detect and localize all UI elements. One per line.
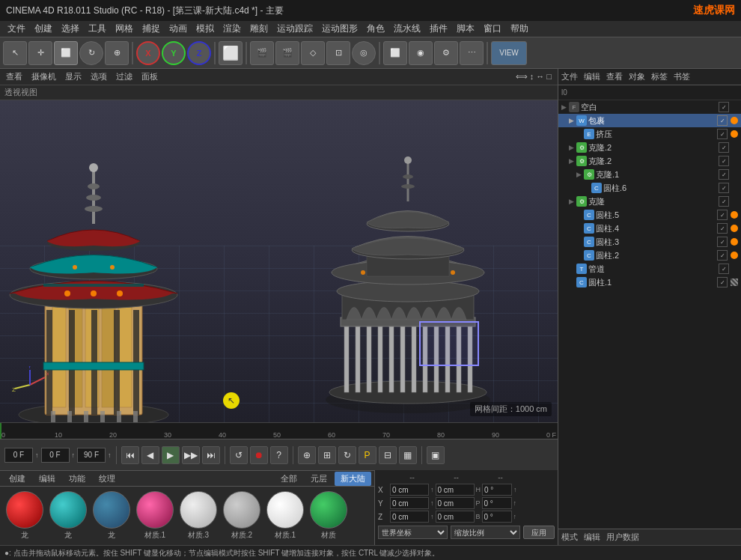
menu-item-网格[interactable]: 网格 — [111, 21, 138, 37]
toolbar-dots[interactable]: ⋯ — [460, 41, 484, 65]
tab-mode-edit[interactable]: 编辑 — [584, 532, 600, 543]
coord-z-rot[interactable] — [436, 511, 475, 523]
btn-help[interactable]: ? — [270, 446, 288, 464]
toolbar-key[interactable]: ◇ — [301, 41, 325, 65]
menu-item-角色[interactable]: 角色 — [362, 21, 389, 37]
vt-options[interactable]: 选项 — [88, 70, 110, 83]
btn-record[interactable]: ⏺ — [250, 446, 268, 464]
current-frame-input[interactable] — [41, 448, 70, 463]
tab-all[interactable]: 全部 — [275, 472, 303, 486]
toolbar-film[interactable]: 🎬 — [250, 41, 274, 65]
menu-item-捕捉[interactable]: 捕捉 — [138, 21, 165, 37]
menu-item-工具[interactable]: 工具 — [84, 21, 111, 37]
menu-item-选择[interactable]: 选择 — [57, 21, 84, 37]
coord-y-pos[interactable] — [390, 497, 429, 509]
btn-layout[interactable]: ▣ — [427, 446, 445, 464]
menu-item-模拟[interactable]: 模拟 — [192, 21, 219, 37]
btn-next[interactable]: ▶▶ — [182, 446, 200, 464]
toolbar-x[interactable]: X — [136, 41, 160, 65]
menu-item-动画[interactable]: 动画 — [165, 21, 192, 37]
coord-z-pos[interactable] — [390, 511, 429, 523]
toolbar-transform[interactable]: ⊕ — [105, 41, 129, 65]
omh-view[interactable]: 查看 — [606, 71, 623, 82]
menu-item-创建[interactable]: 创建 — [30, 21, 57, 37]
menu-item-运动图形[interactable]: 运动图形 — [317, 21, 362, 37]
toolbar-cube[interactable]: ⬜ — [383, 41, 407, 65]
menu-item-雕刻[interactable]: 雕刻 — [246, 21, 272, 37]
material-item-red-dragon[interactable]: 龙 — [6, 491, 43, 541]
menu-item-渲染[interactable]: 渲染 — [219, 21, 246, 37]
toolbar-scale[interactable]: ⬜ — [54, 41, 78, 65]
omh-tag[interactable]: 标签 — [651, 71, 668, 82]
omh-edit[interactable]: 编辑 — [584, 71, 600, 82]
material-item-green[interactable]: 材质 — [310, 491, 347, 541]
obj-cyl3[interactable]: C 圆柱.3 ✓ — [558, 235, 741, 249]
obj-cyl5[interactable]: C 圆柱.5 ✓ — [558, 208, 741, 222]
btn-p[interactable]: P — [359, 446, 376, 464]
coord-y-rot[interactable] — [436, 497, 475, 509]
tab-create[interactable]: 创建 — [3, 472, 31, 486]
tab-layer[interactable]: 元层 — [305, 472, 333, 486]
coord-x-pos[interactable] — [390, 484, 429, 496]
tab-user-data[interactable]: 用户数据 — [606, 532, 639, 543]
start-frame-input[interactable] — [4, 448, 33, 463]
tab-new-continent[interactable]: 新大陆 — [335, 472, 371, 486]
toolbar-z[interactable]: Z — [187, 41, 211, 65]
coord-p-val[interactable] — [482, 497, 512, 509]
vt-display[interactable]: 显示 — [62, 70, 85, 83]
toolbar-rotate[interactable]: ↻ — [79, 41, 103, 65]
vt-camera[interactable]: 摄像机 — [28, 70, 59, 83]
obj-extrude[interactable]: E 挤压 ✓ — [558, 127, 741, 141]
end-frame-input[interactable] — [77, 448, 106, 463]
menu-item-流水线[interactable]: 流水线 — [389, 21, 425, 37]
toolbar-box[interactable]: ⬜ — [219, 41, 243, 65]
material-item-white[interactable]: 材质.1 — [266, 491, 304, 541]
toolbar-select[interactable]: ↖ — [3, 41, 27, 65]
obj-cyl6[interactable]: C 圆柱.6 ✓ — [558, 181, 741, 195]
menu-item-文件[interactable]: 文件 — [3, 21, 30, 37]
obj-cyl4[interactable]: C 圆柱.4 ✓ — [558, 222, 741, 235]
menu-item-窗口[interactable]: 窗口 — [479, 21, 506, 37]
btn-to-start[interactable]: ⏮ — [121, 446, 139, 464]
coord-x-rot[interactable] — [436, 484, 475, 496]
obj-cyl2[interactable]: C 圆柱.2 ✓ — [558, 249, 741, 262]
btn-prev[interactable]: ◀ — [141, 446, 159, 464]
tab-texture[interactable]: 纹理 — [93, 472, 121, 486]
toolbar-gear[interactable]: ⚙ — [434, 41, 458, 65]
tab-mode[interactable]: 模式 — [561, 532, 578, 543]
timeline-ruler[interactable]: 0 10 20 30 40 50 60 70 80 90 0 F — [0, 422, 558, 439]
obj-blank[interactable]: ▶ F 空白 ✓ — [558, 100, 741, 114]
btn-record-loop[interactable]: ↺ — [230, 446, 248, 464]
obj-clone2a[interactable]: ▶ ⚙ 克隆.2 ✓ — [558, 141, 741, 154]
toolbar-view[interactable]: VIEW — [491, 41, 527, 65]
coord-system-select[interactable]: 世界坐标 对象坐标 — [378, 526, 448, 539]
btn-to-end[interactable]: ⏭ — [202, 446, 220, 464]
material-item-teal-dragon[interactable]: 龙 — [49, 491, 87, 541]
obj-clone2b[interactable]: ▶ ⚙ 克隆.2 ✓ — [558, 154, 741, 168]
menu-item-脚本[interactable]: 脚本 — [452, 21, 479, 37]
tab-function[interactable]: 功能 — [63, 472, 91, 486]
obj-clone1[interactable]: ▶ ⚙ 克隆.1 ✓ — [558, 168, 741, 181]
obj-cyl1[interactable]: C 圆柱.1 ✓ — [558, 276, 741, 289]
vt-view[interactable]: 查看 — [3, 70, 25, 83]
toolbar-anim1[interactable]: ⊡ — [326, 41, 350, 65]
menu-item-帮助[interactable]: 帮助 — [506, 21, 533, 37]
btn-play[interactable]: ▶ — [162, 446, 180, 464]
material-item-lightgrey[interactable]: 材质.3 — [180, 491, 217, 541]
obj-clone[interactable]: ▶ ⚙ 克隆 ✓ — [558, 195, 741, 208]
btn-grid2[interactable]: ▦ — [399, 446, 417, 464]
scale-mode-select[interactable]: 缩放比例 — [451, 526, 520, 539]
toolbar-y[interactable]: Y — [162, 41, 186, 65]
omh-bookmark[interactable]: 书签 — [674, 71, 690, 82]
omh-object[interactable]: 对象 — [629, 71, 645, 82]
vt-panel[interactable]: 面板 — [138, 70, 161, 83]
btn-snap[interactable]: ⊕ — [298, 446, 316, 464]
btn-rotate2[interactable]: ↻ — [338, 446, 356, 464]
tab-edit[interactable]: 编辑 — [33, 472, 61, 486]
btn-dots[interactable]: ⊟ — [379, 446, 397, 464]
toolbar-film2[interactable]: 🎬 — [275, 41, 299, 65]
toolbar-sphere[interactable]: ◉ — [409, 41, 433, 65]
viewport-3d[interactable]: ↖ X Z Y 网格间距：1000 cm — [0, 100, 558, 422]
vt-filter[interactable]: 过滤 — [113, 70, 135, 83]
coord-b-val[interactable] — [482, 511, 512, 523]
